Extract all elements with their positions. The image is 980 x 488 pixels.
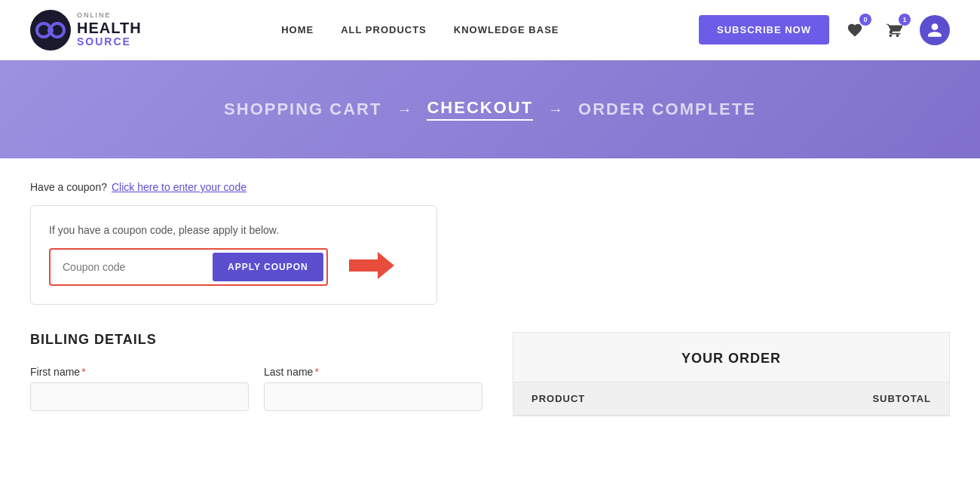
order-title: YOUR ORDER xyxy=(513,333,949,382)
first-name-required: * xyxy=(81,366,85,378)
cart-badge: 1 xyxy=(899,14,911,26)
nav-knowledge-base[interactable]: KNOWLEDGE BASE xyxy=(454,24,559,35)
coupon-input-row: APPLY COUPON xyxy=(49,248,328,286)
coupon-notice-text: Have a coupon? xyxy=(30,181,107,193)
coupon-box: If you have a coupon code, please apply … xyxy=(30,205,437,305)
breadcrumb-order-complete[interactable]: ORDER COMPLETE xyxy=(578,100,756,119)
billing-title: BILLING DETAILS xyxy=(30,332,482,348)
svg-point-3 xyxy=(47,27,54,33)
billing-name-row: First name* Last name* xyxy=(30,366,482,411)
last-name-group: Last name* xyxy=(264,366,482,411)
coupon-link[interactable]: Click here to enter your code xyxy=(112,181,247,193)
bottom-section: BILLING DETAILS First name* Last name* xyxy=(30,332,950,416)
wishlist-badge: 0 xyxy=(859,14,871,26)
breadcrumb-arrow-2: → xyxy=(548,101,563,118)
breadcrumb-checkout[interactable]: CHECKOUT xyxy=(427,98,533,121)
last-name-input[interactable] xyxy=(264,382,482,411)
coupon-instruction: If you have a coupon code, please apply … xyxy=(49,224,418,236)
logo-health-label: HEALTH xyxy=(77,20,142,36)
nav-all-products[interactable]: ALL PRODUCTS xyxy=(341,24,427,35)
logo[interactable]: ONLINE HEALTH SOURCE xyxy=(30,10,142,51)
logo-icon xyxy=(30,10,71,51)
header-right: SUBSCRIBE NOW 0 1 xyxy=(699,15,950,45)
billing-section: BILLING DETAILS First name* Last name* xyxy=(30,332,513,411)
cart-button[interactable]: 1 xyxy=(880,17,908,44)
order-section: YOUR ORDER PRODUCT SUBTOTAL xyxy=(513,332,950,416)
logo-source-label: SOURCE xyxy=(77,36,142,48)
user-avatar-button[interactable] xyxy=(920,15,950,45)
last-name-label: Last name* xyxy=(264,366,482,378)
subscribe-button[interactable]: SUBSCRIBE NOW xyxy=(699,15,829,45)
first-name-label: First name* xyxy=(30,366,249,378)
breadcrumb-arrow-1: → xyxy=(397,101,412,118)
red-arrow-icon xyxy=(349,252,394,282)
breadcrumb-shopping-cart[interactable]: SHOPPING CART xyxy=(224,100,381,119)
first-name-group: First name* xyxy=(30,366,249,411)
user-icon xyxy=(926,22,943,38)
apply-coupon-button[interactable]: APPLY COUPON xyxy=(213,253,323,281)
wishlist-button[interactable]: 0 xyxy=(841,17,868,44)
breadcrumb-banner: SHOPPING CART → CHECKOUT → ORDER COMPLET… xyxy=(0,60,980,158)
svg-marker-4 xyxy=(349,252,394,279)
coupon-code-input[interactable] xyxy=(54,253,204,281)
order-header-row: PRODUCT SUBTOTAL xyxy=(513,382,949,416)
product-col-header: PRODUCT xyxy=(531,393,585,404)
logo-text: ONLINE HEALTH SOURCE xyxy=(77,12,142,48)
coupon-notice: Have a coupon? Click here to enter your … xyxy=(30,181,950,193)
main-nav: HOME ALL PRODUCTS KNOWLEDGE BASE xyxy=(281,24,559,35)
site-header: ONLINE HEALTH SOURCE HOME ALL PRODUCTS K… xyxy=(0,0,980,60)
subtotal-col-header: SUBTOTAL xyxy=(872,393,931,404)
last-name-required: * xyxy=(314,366,318,378)
logo-online-label: ONLINE xyxy=(77,12,142,20)
first-name-input[interactable] xyxy=(30,382,249,411)
nav-home[interactable]: HOME xyxy=(281,24,314,35)
main-content: Have a coupon? Click here to enter your … xyxy=(0,158,980,447)
